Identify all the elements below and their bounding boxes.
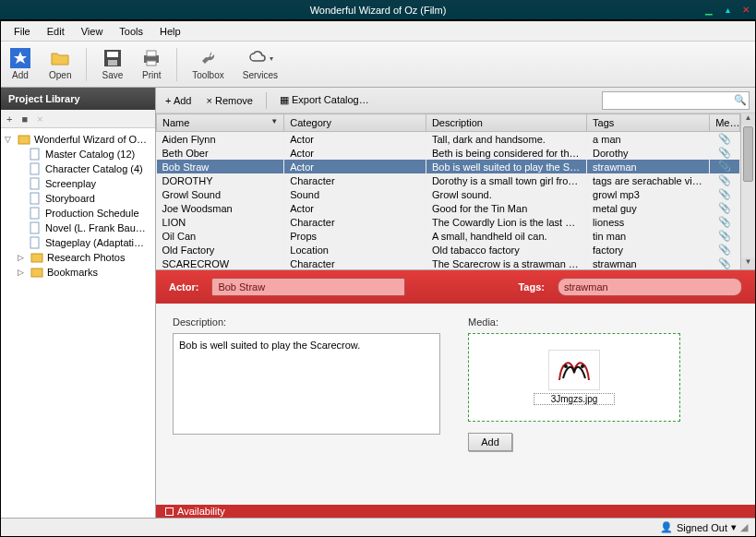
folder-icon	[30, 266, 43, 279]
col-description[interactable]: Description	[426, 114, 586, 132]
table-row[interactable]: LIONCharacterThe Cowardly Lion is the la…	[157, 215, 740, 229]
user-icon: 👤	[660, 521, 673, 533]
tags-field[interactable]	[558, 278, 742, 296]
menu-edit[interactable]: Edit	[40, 24, 72, 39]
table-row[interactable]: Growl SoundSoundGrowl sound.growl mp3📎	[157, 187, 740, 201]
col-name[interactable]: Name▼	[157, 114, 284, 132]
media-dropzone[interactable]: 3Jmgzs.jpg	[468, 333, 680, 422]
svg-rect-14	[30, 237, 39, 248]
tree-delete-button[interactable]: ×	[37, 113, 42, 125]
print-button[interactable]: Print	[138, 46, 165, 82]
folder-icon	[30, 251, 43, 264]
export-catalog-button[interactable]: ▦ Export Catalog…	[276, 92, 373, 108]
tree-item[interactable]: Master Catalog (12)	[3, 147, 153, 161]
main-toolbar: Add Open Save Print Toolbox ▾ Se	[1, 42, 755, 88]
svg-rect-6	[147, 61, 156, 66]
tree-item[interactable]: Storyboard	[3, 191, 153, 206]
tree-item[interactable]: Character Catalog (4)	[3, 161, 153, 176]
attachment-icon: 📎	[718, 147, 731, 158]
sidebar-header: Project Library	[1, 88, 155, 110]
svg-point-17	[564, 364, 568, 368]
statusbar: 👤 Signed Out ▾ ◢	[1, 518, 755, 536]
col-category[interactable]: Category	[284, 114, 426, 132]
scroll-up-icon[interactable]: ▲	[741, 113, 755, 125]
chevron-down-icon[interactable]: ▾	[731, 521, 737, 533]
attachment-icon: 📎	[718, 133, 731, 144]
page-icon	[29, 177, 42, 190]
description-field[interactable]	[173, 333, 440, 435]
menu-view[interactable]: View	[74, 24, 111, 39]
table-row[interactable]: Joe WoodsmanActorGood for the Tin Manmet…	[157, 201, 740, 215]
tree-folder-research[interactable]: ▷ Research Photos	[3, 250, 153, 265]
page-icon	[29, 148, 42, 161]
star-add-icon	[10, 48, 30, 68]
col-media[interactable]: Me…	[710, 114, 740, 132]
table-row[interactable]: Beth OberActorBeth is being considered f…	[157, 146, 740, 160]
svg-point-18	[581, 364, 584, 368]
attachment-icon: 📎	[718, 216, 731, 227]
add-button[interactable]: Add	[6, 46, 34, 82]
actor-field[interactable]	[211, 278, 405, 296]
search-field[interactable]: 🔍	[602, 91, 750, 110]
media-add-button[interactable]: Add	[468, 433, 512, 451]
resize-grip-icon[interactable]: ◢	[740, 521, 748, 533]
media-label: Media:	[468, 316, 680, 328]
thumbnail-image-icon	[552, 352, 596, 388]
attachment-icon: 📎	[718, 244, 731, 255]
table-row[interactable]: DOROTHYCharacterDorothy is a small town …	[157, 173, 740, 187]
detail-panel: Actor: Tags: Description: Media:	[156, 270, 755, 518]
table-row[interactable]: SCARECROWCharacterThe Scarecrow is a str…	[157, 257, 740, 269]
maximize-button[interactable]: ▴	[721, 4, 734, 17]
availability-section[interactable]: Availability	[156, 505, 755, 518]
table-row[interactable]: Aiden FlynnActorTall, dark and handsome.…	[157, 132, 740, 147]
tree-root[interactable]: ▽ Wonderful Wizard of O…	[3, 132, 153, 147]
close-button[interactable]: ✕	[739, 4, 752, 17]
tree-folder-bookmarks[interactable]: ▷ Bookmarks	[3, 265, 153, 280]
tree-item[interactable]: Stageplay (Adaptati…	[3, 235, 153, 250]
tree-item[interactable]: Novel (L. Frank Bau…	[3, 221, 153, 235]
table-row[interactable]: Bob StrawActorBob is well suited to play…	[157, 160, 740, 173]
save-button[interactable]: Save	[98, 46, 126, 82]
menu-help[interactable]: Help	[152, 24, 188, 39]
catalog-add-button[interactable]: + Add	[162, 93, 195, 108]
attachment-icon: 📎	[718, 230, 731, 241]
services-button[interactable]: ▾ Services	[239, 46, 282, 82]
description-label: Description:	[173, 316, 440, 328]
media-thumbnail[interactable]	[548, 350, 600, 390]
toolbox-button[interactable]: Toolbox	[188, 46, 227, 82]
menu-file[interactable]: File	[6, 24, 38, 39]
table-row[interactable]: Oil CanPropsA small, handheld oil can.ti…	[157, 229, 740, 243]
tree-add-button[interactable]: +	[6, 113, 12, 125]
tree-item[interactable]: Screenplay	[3, 176, 153, 191]
table-scrollbar[interactable]: ▲ ▼	[740, 113, 755, 269]
svg-rect-8	[30, 149, 39, 160]
project-tree[interactable]: ▽ Wonderful Wizard of O… Master Catalog …	[1, 128, 155, 518]
expand-icon[interactable]: ▷	[18, 268, 27, 277]
page-icon	[29, 236, 42, 249]
tree-folder-button[interactable]: ■	[21, 113, 28, 125]
catalog-table[interactable]: Name▼ Category Description Tags Me… Aide…	[156, 113, 740, 269]
project-icon	[18, 133, 30, 146]
svg-rect-16	[31, 268, 42, 277]
search-icon[interactable]: 🔍	[734, 94, 747, 106]
attachment-icon: 📎	[718, 202, 731, 213]
media-filename[interactable]: 3Jmgzs.jpg	[534, 393, 616, 405]
search-input[interactable]	[606, 95, 734, 106]
col-tags[interactable]: Tags	[587, 114, 710, 132]
catalog-remove-button[interactable]: × Remove	[202, 93, 256, 108]
window-title: Wonderful Wizard of Oz (Film)	[310, 5, 447, 16]
tree-item[interactable]: Production Schedule	[3, 206, 153, 221]
folder-open-icon	[50, 48, 70, 68]
open-button[interactable]: Open	[45, 46, 75, 82]
svg-rect-12	[30, 208, 39, 219]
scroll-down-icon[interactable]: ▼	[741, 257, 755, 269]
table-row[interactable]: Old FactoryLocationOld tabacco factoryfa…	[157, 243, 740, 257]
sidebar: Project Library + ■ × ▽ Wonderful Wizard…	[1, 88, 156, 518]
expand-icon[interactable]: ▷	[18, 253, 27, 262]
scroll-thumb[interactable]	[743, 126, 753, 182]
minimize-button[interactable]: ▁	[702, 4, 715, 17]
signin-status[interactable]: Signed Out	[677, 522, 727, 533]
menu-tools[interactable]: Tools	[112, 24, 150, 39]
collapse-icon[interactable]: ▽	[5, 135, 14, 144]
checkbox-icon[interactable]	[165, 507, 174, 516]
